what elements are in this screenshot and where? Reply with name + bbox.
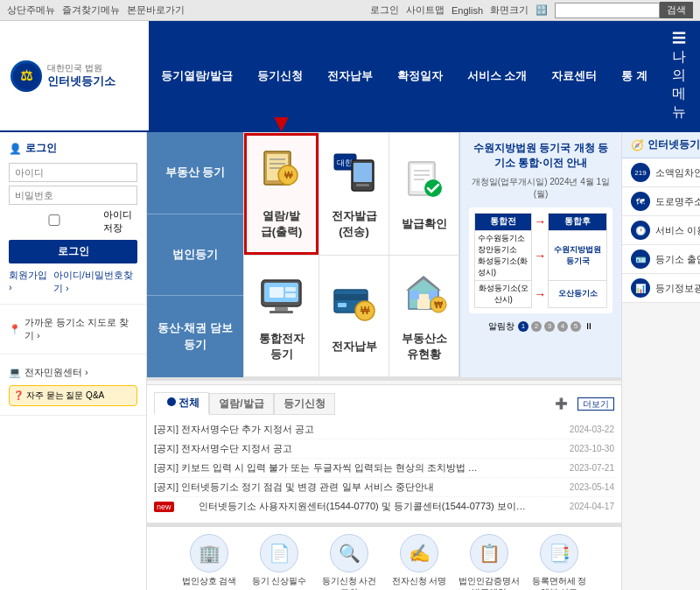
nav-item-5[interactable]: 자료센터 bbox=[539, 60, 609, 93]
shortcut-item-1[interactable]: 🗺 도로명주소 안내 › bbox=[622, 187, 700, 216]
save-id-checkbox[interactable] bbox=[9, 214, 100, 226]
login-button[interactable]: 로그인 bbox=[9, 240, 137, 263]
nav-item-3[interactable]: 확정일자 bbox=[385, 60, 455, 93]
save-id-row: 아이디저장 bbox=[9, 208, 137, 235]
search-input[interactable] bbox=[555, 3, 660, 18]
nav-item-2[interactable]: 전자납부 bbox=[315, 60, 385, 93]
nearby-link[interactable]: 📍 가까운 등기소 지도로 찾기 › bbox=[9, 313, 137, 345]
id-input[interactable] bbox=[9, 163, 137, 182]
shortcut-item-4[interactable]: 📊 등기정보광장 바로가기 › bbox=[622, 274, 700, 303]
tab-radio-icon bbox=[167, 397, 176, 406]
quick-link-1[interactable]: 📄 등기 신상필수 bbox=[248, 534, 311, 590]
notice-date-3: 2023-05-14 bbox=[553, 482, 614, 492]
notice-text-2[interactable]: [공지] 키보드 입력 시 입력 불가 또는 두글자씩 입력되는 현상의 조치방… bbox=[154, 461, 486, 474]
hero-tile-열람발급[interactable]: ▼ ￦ 열람/발급(출력) bbox=[244, 133, 318, 255]
top-link-content[interactable]: 본문바로가기 bbox=[127, 4, 185, 17]
shortcut-title[interactable]: 🧭 인터넷등기소 간편길잡이 › bbox=[622, 132, 700, 158]
notice-date-1: 2023-10-30 bbox=[553, 444, 614, 453]
alert-dot-4[interactable]: 4 bbox=[557, 321, 568, 332]
shortcut-item-0[interactable]: 219 소액임차인의 범위 안내 › bbox=[622, 158, 700, 187]
hero-category-1[interactable]: 법인등기 bbox=[147, 214, 243, 297]
svg-rect-33 bbox=[417, 294, 430, 309]
tile-icon-5: ₩ bbox=[400, 270, 448, 326]
nav-item-1[interactable]: 등기신청 bbox=[245, 60, 315, 93]
hero-tile-통합전자등기[interactable]: 통합전자등기 bbox=[244, 256, 318, 377]
more-button[interactable]: 더보기 bbox=[578, 397, 614, 411]
alert-dot-1[interactable]: 1 bbox=[518, 321, 528, 332]
alert-label: 알림창 bbox=[488, 320, 514, 333]
join-link[interactable]: 회원가입 › bbox=[9, 269, 48, 295]
quick-link-0[interactable]: 🏢 법인상호 검색 bbox=[178, 534, 241, 590]
notice-item-0: [공지] 전자서명수단 추가 지정서 공고 2024-03-22 bbox=[154, 420, 614, 439]
hero-tile-부동산소유현황[interactable]: ₩ 부동산소유현황 bbox=[389, 256, 458, 377]
password-input[interactable] bbox=[9, 186, 137, 205]
pause-icon[interactable]: ⏸ bbox=[584, 321, 593, 331]
quick-link-4[interactable]: 📋 법인인감증명서 발급예약 bbox=[458, 534, 521, 590]
alert-dot-2[interactable]: 2 bbox=[531, 321, 542, 332]
main-nav: 등기열람/발급 등기신청 전자납부 확정일자 서비스 소개 자료센터 통 계 ☰… bbox=[149, 21, 700, 130]
notice-text-0[interactable]: [공지] 전자서명수단 추가 지정서 공고 bbox=[154, 423, 314, 436]
search-button[interactable]: 검색 bbox=[660, 2, 693, 18]
quick-link-5[interactable]: 📑 등록면허세 정액분 신고 bbox=[528, 534, 591, 590]
nav-item-4[interactable]: 서비스 소개 bbox=[455, 60, 540, 93]
top-bar-links: 상단주메뉴 즐겨찾기메뉴 본문바로가기 bbox=[7, 4, 185, 17]
notice-text-3[interactable]: [공지] 인터넷등기소 정기 점검 및 변경 관련 일부 서비스 중단안내 bbox=[154, 481, 434, 494]
notices-tab-browse[interactable]: 열람/발급 bbox=[209, 393, 273, 415]
info-subtitle: 개청일(업무개시일) 2024년 4월 1일(월) bbox=[469, 176, 612, 200]
nav-item-0[interactable]: 등기열람/발급 bbox=[149, 60, 245, 93]
tile-icon-2 bbox=[400, 155, 448, 211]
quick-label-4: 법인인감증명서 발급예약 bbox=[458, 575, 521, 590]
top-link-english[interactable]: English bbox=[452, 5, 483, 16]
alert-dot-3[interactable]: 3 bbox=[544, 321, 555, 332]
quick-icon-1: 📄 bbox=[260, 534, 298, 572]
content-area: 👤 로그인 아이디저장 로그인 회원가입 › 아이디/비밀번호찾기 › 📍 가까… bbox=[0, 132, 700, 590]
tile-label-3: 통합전자등기 bbox=[255, 331, 308, 362]
ecenter-link[interactable]: 💻 전자민원센터 › bbox=[9, 363, 137, 382]
svg-text:₩: ₩ bbox=[434, 300, 444, 310]
notices-tabs: 전체 열람/발급 등기신청 ➕ 더보기 bbox=[154, 392, 614, 415]
quick-label-5: 등록면허세 정액분 신고 bbox=[528, 575, 591, 590]
shortcut-item-2[interactable]: 🕐 서비스 이용시간 안내 › bbox=[622, 216, 700, 245]
logo-area[interactable]: ⚖ 대한민국 법원 인터넷등기소 bbox=[0, 55, 149, 97]
quick-label-1: 등기 신상필수 bbox=[252, 575, 307, 586]
new-badge: new bbox=[154, 502, 174, 512]
hero-category-2[interactable]: 동산·채권 담보 등기 bbox=[147, 296, 243, 377]
shortcut-label-4: 등기정보광장 바로가기 bbox=[655, 282, 700, 295]
hero-tile-발급확인[interactable]: 발급확인 bbox=[389, 133, 458, 255]
shortcut-inner-2: 🕐 서비스 이용시간 안내 bbox=[631, 221, 700, 240]
map-icon: 📍 bbox=[9, 324, 21, 335]
notices-section: 전체 열람/발급 등기신청 ➕ 더보기 [공지] 전자서명수단 추가 지정서 공… bbox=[147, 384, 621, 523]
hero-tile-전자납부[interactable]: ￦ 전자납부 bbox=[319, 256, 388, 377]
merge-table: 통합전 → 통합후 수수원등기소 장안등기소 화성등기소(화성시) → 수원지방 bbox=[474, 213, 607, 308]
hero-category-0[interactable]: 부동산 등기 bbox=[147, 132, 243, 214]
arrow-icon: ▼ bbox=[270, 109, 294, 137]
quick-link-2[interactable]: 🔍 등기신청 사건조회 bbox=[318, 534, 381, 590]
svg-rect-29 bbox=[338, 303, 346, 307]
alert-dot-5[interactable]: 5 bbox=[570, 321, 581, 332]
hero-tile-전자발급[interactable]: 대한 전자발급(전송) bbox=[319, 133, 388, 255]
find-link[interactable]: 아이디/비밀번호찾기 › bbox=[53, 269, 137, 295]
notice-item-1: [공지] 전자서명수단 지정서 공고 2023-10-30 bbox=[154, 439, 614, 459]
more-icon: ➕ bbox=[555, 397, 568, 410]
top-link-fontsize-icon[interactable]: 🔡 bbox=[536, 4, 548, 16]
merge-header-after: 통합후 bbox=[549, 213, 607, 230]
top-link-sitemap[interactable]: 사이트맵 bbox=[406, 4, 444, 17]
nav-item-6[interactable]: 통 계 bbox=[609, 60, 660, 93]
shortcut-label-0: 소액임차인의 범위 안내 bbox=[655, 166, 700, 179]
top-link-mainmenu[interactable]: 상단주메뉴 bbox=[7, 4, 55, 17]
qna-label: 자주 묻는 질문 Q&A bbox=[26, 390, 104, 400]
quick-link-3[interactable]: ✍ 전자신청 서명 bbox=[388, 534, 451, 590]
top-link-favorites[interactable]: 즐겨찾기메뉴 bbox=[62, 4, 120, 17]
main-center: 부동산 등기 법인등기 동산·채권 담보 등기 ▼ bbox=[147, 132, 621, 590]
notice-date-2: 2023-07-21 bbox=[553, 463, 614, 473]
notice-text-1[interactable]: [공지] 전자서명수단 지정서 공고 bbox=[154, 442, 292, 455]
shortcut-item-3[interactable]: 🪪 등기소 출입증 신청관리 › bbox=[622, 245, 700, 274]
notices-tab-apply[interactable]: 등기신청 bbox=[274, 393, 335, 415]
top-link-login[interactable]: 로그인 bbox=[370, 4, 399, 17]
top-link-fontsize[interactable]: 화면크기 bbox=[490, 4, 528, 17]
tile-icon-0: ￦ bbox=[257, 147, 305, 203]
quick-label-3: 전자신청 서명 bbox=[392, 575, 447, 586]
notices-tab-all[interactable]: 전체 bbox=[154, 392, 209, 415]
notice-text-4[interactable]: 인터넷등기소 사용자지원센터(1544-0770) 및 등기콜센터(1544-0… bbox=[199, 500, 531, 513]
hamburger-menu-icon[interactable]: ☰ 나의메뉴 bbox=[660, 21, 700, 130]
